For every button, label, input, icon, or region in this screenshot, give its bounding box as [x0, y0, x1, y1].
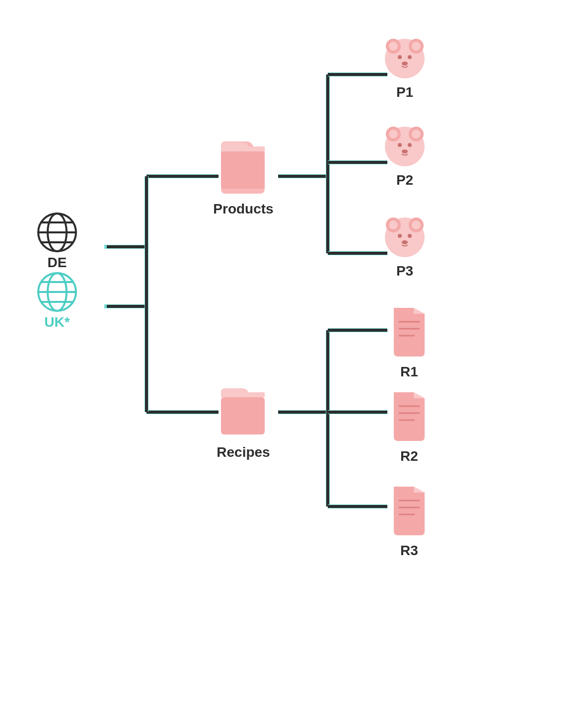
uk-node: UK* [38, 273, 76, 330]
uk-label: UK* [44, 314, 70, 330]
recipes-label: Recipes [217, 444, 270, 460]
r1-node: R1 [394, 308, 425, 379]
diagram-container: DE UK* Products Recipes [0, 0, 588, 719]
svg-point-61 [402, 149, 408, 153]
svg-point-53 [402, 62, 408, 66]
svg-rect-45 [221, 397, 265, 434]
r2-node: R2 [394, 392, 425, 464]
p3-label: P3 [396, 263, 413, 279]
svg-point-66 [412, 220, 421, 229]
r3-node: R3 [394, 487, 425, 558]
p1-node: P1 [385, 39, 425, 100]
recipes-node: Recipes [217, 388, 270, 460]
r2-label: R2 [400, 448, 418, 464]
svg-rect-44 [221, 151, 265, 189]
products-label: Products [213, 201, 273, 216]
svg-point-69 [402, 240, 408, 244]
r3-label: R3 [400, 543, 418, 558]
svg-point-67 [398, 234, 402, 238]
p1-label: P1 [396, 84, 413, 100]
svg-point-65 [389, 220, 398, 229]
p2-label: P2 [396, 172, 413, 188]
p2-node: P2 [385, 127, 425, 188]
svg-point-50 [412, 42, 421, 51]
de-label: DE [48, 255, 67, 270]
de-node: DE [38, 214, 76, 270]
products-node: Products [213, 142, 273, 216]
svg-point-49 [389, 42, 398, 51]
svg-point-57 [389, 130, 398, 139]
p3-node: P3 [385, 217, 425, 279]
svg-point-58 [412, 130, 421, 139]
svg-point-60 [408, 143, 412, 147]
svg-point-51 [398, 55, 402, 59]
svg-point-68 [408, 234, 412, 238]
svg-point-59 [398, 143, 402, 147]
svg-point-52 [408, 55, 412, 59]
r1-label: R1 [400, 364, 418, 379]
